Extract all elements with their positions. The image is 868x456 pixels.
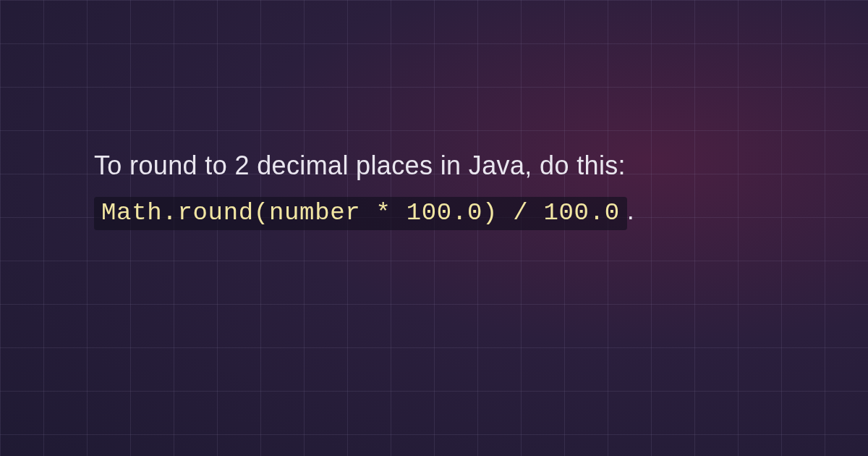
trailing-period: . — [627, 195, 634, 225]
intro-text: To round to 2 decimal places in Java, do… — [94, 151, 626, 180]
main-text-block: To round to 2 decimal places in Java, do… — [94, 143, 774, 234]
code-snippet: Math.round(number * 100.0) / 100.0 — [94, 197, 627, 230]
